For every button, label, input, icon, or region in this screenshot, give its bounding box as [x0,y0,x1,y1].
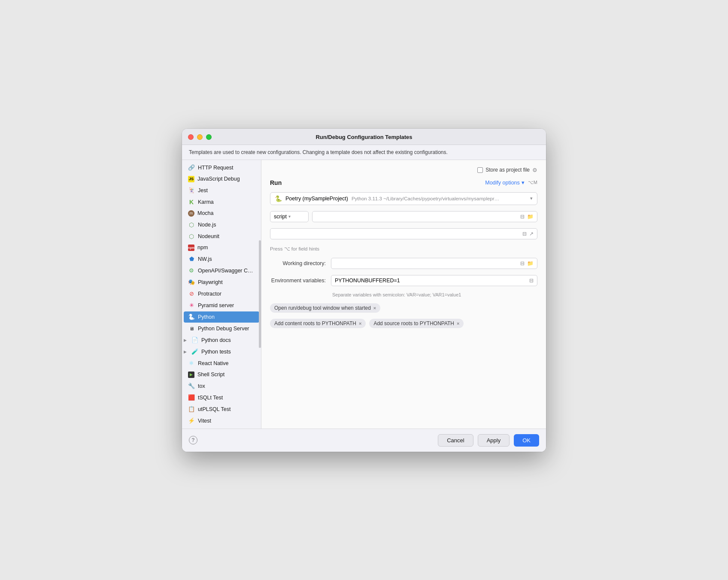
script-row: script ▾ ⊟ 📁 [270,211,537,222]
modify-options-label: Modify options [485,180,520,186]
npm-icon: npm [188,245,194,251]
env-variables-row: Environment variables: PYTHONUNBUFFERED=… [270,275,537,286]
cancel-button[interactable]: Cancel [438,434,473,447]
maximize-button[interactable] [206,134,212,140]
python-tests-icon: 🧪 [191,348,198,355]
sidebar-item-npm[interactable]: npm npm [184,242,259,253]
sidebar-item-playwright[interactable]: 🎭 Playwright [184,277,259,288]
sidebar-item-tsqlt-test[interactable]: 🟥 tSQLt Test [184,392,259,403]
parameters-input[interactable] [274,231,520,237]
subtitle-bar: Templates are used to create new configu… [182,145,546,160]
sidebar-item-nwjs[interactable]: ⬟ NW.js [184,254,259,265]
apply-button[interactable]: Apply [478,434,510,447]
sidebar-item-label: tSQLt Test [198,395,255,401]
sidebar-item-javascript-debug[interactable]: JS JavaScript Debug [184,174,259,184]
shell-script-icon: ▶ [188,372,194,378]
field-hint-text: Press ⌥ for field hints [270,246,319,251]
sidebar-item-python[interactable]: 🐍 Python [184,311,259,323]
modify-options-button[interactable]: Modify options ▾ ⌥M [485,179,537,186]
titlebar: Run/Debug Configuration Templates [182,129,546,145]
pyramid-server-icon: ✳ [188,302,195,309]
copy-icon[interactable]: ⊟ [522,231,527,237]
karma-icon: K [188,199,195,205]
tag-close-icon[interactable]: × [359,321,361,326]
expand-icon[interactable]: ↗ [529,231,534,237]
utplsql-test-icon: 📋 [188,406,195,413]
interpreter-selector[interactable]: 🐍 Poetry (mySampleProject) Python 3.11.3… [270,192,537,205]
sidebar-item-http-request[interactable]: 🔗 HTTP Request [184,162,259,173]
sidebar-item-pyramid-server[interactable]: ✳ Pyramid server [184,300,259,311]
http-request-icon: 🔗 [188,164,195,171]
env-hint-text: Separate variables with semicolon: VAR=v… [332,292,461,297]
script-select-arrow-icon: ▾ [288,214,291,219]
sidebar-item-vitest[interactable]: ⚡ Vitest [184,415,259,426]
tag-add-content-roots: Add content roots to PYTHONPATH × [270,319,366,328]
working-directory-input[interactable] [335,260,518,266]
expand-arrow-icon: ▶ [184,338,187,342]
sidebar-item-nodeunit[interactable]: ⬡ Nodeunit [184,231,259,242]
tag-close-icon[interactable]: × [373,305,376,311]
script-type-select[interactable]: script ▾ [270,211,309,222]
sidebar-item-jest[interactable]: 🃏 Jest [184,185,259,196]
store-checkbox[interactable] [477,167,483,173]
sidebar-item-label: Karma [198,199,255,205]
dialog-window: Run/Debug Configuration Templates Templa… [182,129,546,452]
sidebar-item-label: Node.js [198,222,255,228]
sidebar-item-openapi[interactable]: ⚙ OpenAPI/Swagger Code Genera… [184,265,259,276]
sidebar-item-nodejs[interactable]: ⬡ Node.js [184,219,259,230]
sidebar-item-label: Python tests [201,349,255,355]
folder-icon[interactable]: 📁 [527,260,534,266]
folder-icon[interactable]: 📁 [527,214,534,220]
sidebar-item-python-docs[interactable]: ▶ 📄 Python docs [184,335,259,346]
sidebar-item-label: Pyramid server [198,302,255,308]
ok-button[interactable]: OK [514,434,539,447]
python-icon: 🐍 [188,314,195,320]
sidebar-item-label: Mocha [197,210,255,216]
nodejs-icon: ⬡ [188,221,195,228]
sidebar-item-python-debug-server[interactable]: 🖥 Python Debug Server [184,323,259,334]
sidebar-item-python-tests[interactable]: ▶ 🧪 Python tests [184,346,259,357]
subtitle-text: Templates are used to create new configu… [189,149,448,155]
store-row: Store as project file ⚙ [270,167,537,173]
python-debug-server-icon: 🖥 [188,325,195,332]
tag-close-icon[interactable]: × [457,321,459,326]
help-button[interactable]: ? [189,436,197,444]
window-title: Run/Debug Configuration Templates [315,134,412,140]
jest-icon: 🃏 [188,187,195,194]
sidebar-item-mocha[interactable]: m Mocha [184,208,259,219]
gear-icon[interactable]: ⚙ [532,167,537,173]
script-path-input[interactable] [316,214,518,220]
content-pane: Store as project file ⚙ Run Modify optio… [261,160,546,429]
run-section-title: Run [270,179,282,186]
copy-icon[interactable]: ⊟ [520,214,525,220]
sidebar-item-shell-script[interactable]: ▶ Shell Script [184,369,259,380]
help-icon: ? [191,437,194,443]
copy-icon[interactable]: ⊟ [529,278,534,284]
sidebar-item-karma[interactable]: K Karma [184,196,259,208]
tag-label: Open run/debug tool window when started [274,305,371,311]
sidebar-item-tox[interactable]: 🔧 tox [184,381,259,392]
footer: ? Cancel Apply OK [182,429,546,452]
tox-icon: 🔧 [188,383,195,390]
sidebar-scrollbar[interactable] [259,240,261,347]
env-variables-input-container: PYTHONUNBUFFERED=1 ⊟ [331,275,537,286]
field-hint: Press ⌥ for field hints [270,245,537,252]
tsqlt-test-icon: 🟥 [188,394,195,401]
close-button[interactable] [188,134,194,140]
copy-icon[interactable]: ⊟ [520,260,525,266]
sidebar-item-react-native[interactable]: ⚛ React Native [184,358,259,369]
minimize-button[interactable] [197,134,203,140]
working-directory-label: Working directory: [270,260,326,266]
env-variables-input[interactable]: PYTHONUNBUFFERED=1 [335,278,527,284]
interpreter-path: Python 3.11.3 ~/Library/Caches/pypoetry/… [352,196,527,201]
tags-row: Open run/debug tool window when started … [270,303,537,313]
env-variables-label: Environment variables: [270,278,326,284]
sidebar-item-label: React Native [198,360,255,366]
expand-arrow-icon: ▶ [184,350,187,354]
nwjs-icon: ⬟ [188,256,195,263]
sidebar-item-label: JavaScript Debug [197,176,255,182]
playwright-icon: 🎭 [188,279,195,286]
main-content: 🔗 HTTP Request JS JavaScript Debug 🃏 Jes… [182,160,546,429]
sidebar-item-utplsql-test[interactable]: 📋 utPLSQL Test [184,404,259,415]
sidebar-item-protractor[interactable]: ⊘ Protractor [184,288,259,299]
